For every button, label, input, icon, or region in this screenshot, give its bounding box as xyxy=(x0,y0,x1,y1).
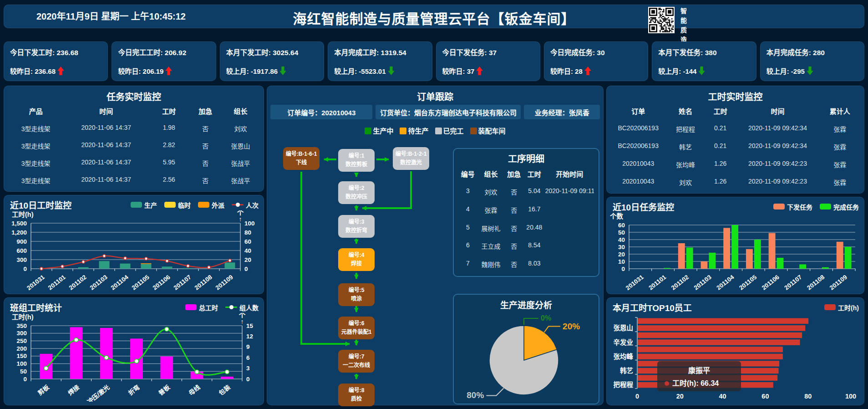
svg-text:100: 100 xyxy=(244,220,255,227)
order-customer: 订货单位：烟台东方瑞创达电子科技有限公司 xyxy=(376,105,521,119)
svg-text:50: 50 xyxy=(20,368,27,375)
kpi-compare: 较上月: -144 xyxy=(658,66,750,76)
flow-node: 编号:8质检 xyxy=(338,383,375,406)
svg-text:20: 20 xyxy=(244,256,251,263)
svg-text:冲压/激光: 冲压/激光 xyxy=(86,383,111,402)
header-bar: 2020年11月9日 星期一 上午10:45:12 海红智能制造与质量管理云平台… xyxy=(4,5,864,28)
kpi-compare: 较上月: -295 xyxy=(766,66,858,76)
svg-text:↑: ↑ xyxy=(239,215,242,223)
svg-text:20%: 20% xyxy=(563,322,580,331)
panel-hours-monitor: 工时实时监控 订单姓名工时时间累计人BC202006193把程程0.212020… xyxy=(606,86,864,194)
chart-title: 生产进度分析 xyxy=(454,298,599,311)
hours10-chart[interactable]: 03006009001,2001,50002040608010020103120… xyxy=(5,210,262,291)
svg-text:韩艺: 韩艺 xyxy=(620,367,633,374)
svg-text:20: 20 xyxy=(676,393,684,400)
panel-title: 订单跟踪 xyxy=(267,90,604,103)
svg-text:60: 60 xyxy=(244,238,251,245)
flow-node: 编号:2数控冲压 xyxy=(338,181,375,204)
qr-caption: 智能质造 xyxy=(679,7,688,46)
svg-text:201103: 201103 xyxy=(693,273,713,291)
flow-node: 编号:4焊接 xyxy=(338,248,375,271)
flow-node: 编号:7一二次布线 xyxy=(338,350,375,373)
svg-text:50: 50 xyxy=(618,229,625,236)
qr-area: 智能质造 xyxy=(648,7,688,46)
tasks10-chart[interactable]: 0102030405060201031201101201102201103201… xyxy=(608,212,863,291)
panel-title: 工序明细 xyxy=(454,152,599,165)
kpi-compare: 较昨日: 236.68 xyxy=(10,66,102,76)
svg-text:母线: 母线 xyxy=(187,383,202,397)
legend-item: 人次 xyxy=(232,200,259,210)
kpi-value: 今日完工工时: 206.92 xyxy=(118,47,209,57)
panel-tasks10-chart: 近10日任务监控 下发任务完成任务 0102030405060201031201… xyxy=(606,197,864,294)
svg-text:15: 15 xyxy=(246,322,254,329)
panel-progress-pie: 生产进度分析 0%20%80% xyxy=(453,294,599,404)
process-flowchart: 编号:B-1-6-1下线编号:1数控剪板编号:B-1-2-1数控激光编号:2数控… xyxy=(273,137,455,404)
svg-text:900: 900 xyxy=(16,238,27,245)
panel-process-detail: 工序明细 编号组长加急工时开始时间3刘欢否5.042020-11-09 09:1… xyxy=(453,148,599,277)
svg-text:0: 0 xyxy=(23,266,27,272)
svg-text:201108: 201108 xyxy=(193,273,214,291)
svg-text:↑: ↑ xyxy=(241,318,244,325)
panel-title: 工时实时监控 xyxy=(606,90,864,103)
table-row: 编号组长加急工时开始时间 xyxy=(458,169,594,179)
flow-node: 编号:6元器件装配1 xyxy=(338,317,375,339)
panel-top10-chart: 本月工时TOP10员工 工时(h) 张恩山辛发业张均峰韩艺把程程02040608… xyxy=(606,297,864,405)
kpi-value: 本月完成工时: 1319.54 xyxy=(334,47,426,57)
chart-legend: 总工时组人数 xyxy=(185,303,259,312)
kpi-card: 本月下发工时: 3025.64 较上月: -1917.86 xyxy=(220,41,324,81)
kpi-card: 本月完成任务: 280 较上月: -295 xyxy=(760,41,864,81)
svg-text:40: 40 xyxy=(618,236,625,243)
table-row: 202010043张均峰1.262020-11-09 09:42:23张霖 xyxy=(611,160,860,169)
table-row: 产品时间工时加急组长 xyxy=(8,106,259,116)
svg-text:0: 0 xyxy=(23,376,27,383)
task-monitor-table: 产品时间工时加急组长3型走线架2020-11-06 14:371.98否刘欢3型… xyxy=(8,102,259,189)
kpi-card: 本月下发任务: 380 较上月: -144 xyxy=(652,41,756,81)
svg-text:3: 3 xyxy=(246,365,250,372)
svg-text:20: 20 xyxy=(618,251,625,258)
progress-pie-chart[interactable]: 0%20%80% xyxy=(456,311,597,402)
svg-text:201031: 201031 xyxy=(25,273,46,291)
svg-text:250: 250 xyxy=(16,337,27,344)
svg-text:30: 30 xyxy=(618,244,625,251)
kpi-value: 本月下发任务: 380 xyxy=(658,47,750,57)
svg-text:80: 80 xyxy=(804,393,812,400)
svg-text:80%: 80% xyxy=(467,390,484,400)
svg-text:600: 600 xyxy=(16,247,27,254)
svg-text:个数: 个数 xyxy=(609,212,623,220)
kpi-value: 今日下发任务: 37 xyxy=(442,47,534,57)
svg-text:9: 9 xyxy=(246,343,250,350)
svg-text:201105: 201105 xyxy=(738,273,758,291)
legend-item: 外派 xyxy=(198,200,224,210)
process-detail-table: 编号组长加急工时开始时间3刘欢否5.042020-11-09 09:114张霖否… xyxy=(458,164,594,273)
chart-title: 本月工时TOP10员工 xyxy=(613,301,692,313)
team-chart[interactable]: 05010015020025030035003691215剪板焊接冲压/激光折弯… xyxy=(5,313,262,402)
kpi-compare: 较昨日: 28 xyxy=(550,66,642,76)
chart-title: 近10日工时监控 xyxy=(10,199,71,211)
svg-text:201109: 201109 xyxy=(214,274,234,291)
svg-text:201109: 201109 xyxy=(828,274,848,291)
kpi-compare: 较上月: -5523.01 xyxy=(334,66,426,76)
svg-text:201108: 201108 xyxy=(806,273,826,291)
svg-text:张均峰: 张均峰 xyxy=(614,353,634,360)
svg-text:201107: 201107 xyxy=(173,274,193,291)
flow-node: 编号:5喷涂 xyxy=(338,283,375,306)
chart-legend: 下发任务完成任务 xyxy=(773,202,859,211)
svg-text:张恩山: 张恩山 xyxy=(614,324,634,332)
legend-item: 完成任务 xyxy=(820,202,859,211)
svg-text:80: 80 xyxy=(244,229,251,236)
svg-text:0: 0 xyxy=(635,393,639,400)
svg-text:普板: 普板 xyxy=(157,383,172,397)
svg-text:200: 200 xyxy=(16,345,27,352)
svg-text:100: 100 xyxy=(16,360,27,367)
kpi-compare: 较昨日: 37 xyxy=(442,66,534,76)
svg-text:201105: 201105 xyxy=(131,273,151,291)
panel-hours10-chart: 近10日工时监控 生产临时外派人次 03006009001,2001,50002… xyxy=(4,195,264,294)
kpi-card: 今日下发工时: 236.68 较昨日: 236.68 xyxy=(4,41,108,81)
kpi-card: 今日完成任务: 30 较昨日: 28 xyxy=(544,41,648,81)
svg-text:60: 60 xyxy=(761,393,769,400)
svg-text:辛发业: 辛发业 xyxy=(614,338,634,346)
table-row: 4张霖否16.7 xyxy=(458,205,594,215)
svg-text:1,200: 1,200 xyxy=(11,229,27,236)
order-number: 订单编号：202010043 xyxy=(270,105,372,119)
qr-code xyxy=(648,7,675,33)
